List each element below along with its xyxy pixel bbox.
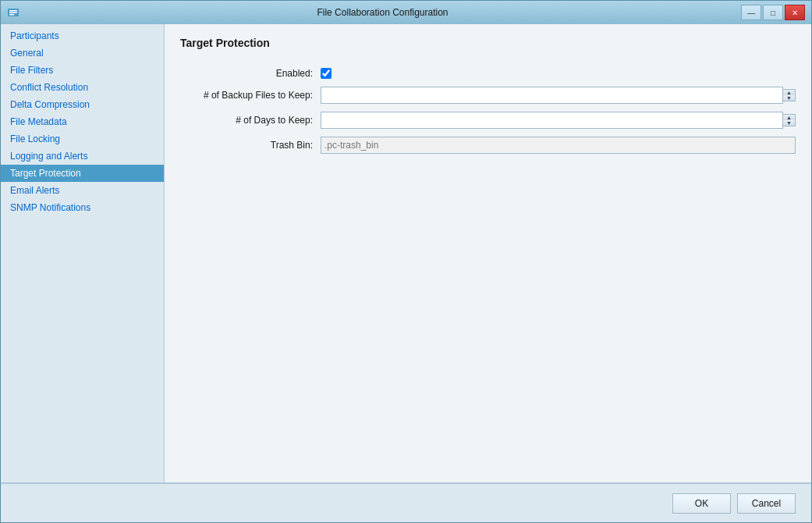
backup-files-down-button[interactable]: ▼ [783,95,795,101]
enabled-row: Enabled: [180,68,796,79]
sidebar-item-target-protection[interactable]: Target Protection [1,165,164,182]
sidebar-item-conflict-resolution[interactable]: Conflict Resolution [1,79,164,96]
days-to-keep-spinner: ▲ ▼ [783,114,796,126]
main-window: File Collaboration Configuration — □ ✕ P… [0,0,812,523]
section-title: Target Protection [180,37,796,49]
trash-bin-input[interactable] [321,137,796,154]
main-content: Participants General File Filters Confli… [1,24,811,482]
content-area: Target Protection Enabled: # of Backup F… [165,24,811,482]
window-icon [7,6,20,19]
sidebar-item-email-alerts[interactable]: Email Alerts [1,182,164,199]
backup-files-spinner: ▲ ▼ [783,89,796,101]
trash-bin-row: Trash Bin: [180,137,796,154]
backup-files-up-button[interactable]: ▲ [783,90,795,95]
backup-files-input[interactable]: 3 [321,87,783,104]
sidebar: Participants General File Filters Confli… [1,24,165,482]
window-controls: — □ ✕ [741,5,805,20]
sidebar-item-participants[interactable]: Participants [1,27,164,44]
maximize-button[interactable]: □ [763,5,783,20]
svg-rect-1 [9,10,17,12]
sidebar-item-logging-and-alerts[interactable]: Logging and Alerts [1,148,164,165]
trash-bin-label: Trash Bin: [180,140,321,151]
sidebar-item-delta-compression[interactable]: Delta Compression [1,96,164,113]
ok-button[interactable]: OK [672,493,731,514]
svg-rect-2 [9,12,17,14]
sidebar-item-general[interactable]: General [1,44,164,62]
backup-files-label: # of Backup Files to Keep: [180,90,321,101]
days-to-keep-row: # of Days to Keep: 90 ▲ ▼ [180,112,796,129]
enabled-control [321,68,796,79]
close-button[interactable]: ✕ [785,5,805,20]
enabled-checkbox[interactable] [321,68,332,79]
backup-files-row: # of Backup Files to Keep: 3 ▲ ▼ [180,87,796,104]
sidebar-item-file-filters[interactable]: File Filters [1,62,164,79]
days-to-keep-label: # of Days to Keep: [180,115,321,126]
backup-files-control: 3 ▲ ▼ [321,87,796,104]
days-to-keep-control: 90 ▲ ▼ [321,112,796,129]
days-to-keep-input[interactable]: 90 [321,112,783,129]
svg-rect-3 [9,14,14,16]
sidebar-item-file-metadata[interactable]: File Metadata [1,113,164,130]
window-title: File Collaboration Configuration [24,7,741,18]
sidebar-item-file-locking[interactable]: File Locking [1,130,164,148]
trash-bin-control [321,137,796,154]
enabled-label: Enabled: [180,68,321,79]
days-to-keep-down-button[interactable]: ▼ [783,120,795,126]
days-to-keep-up-button[interactable]: ▲ [783,115,795,120]
footer: OK Cancel [1,483,811,522]
cancel-button[interactable]: Cancel [737,493,796,514]
title-bar: File Collaboration Configuration — □ ✕ [1,1,811,24]
minimize-button[interactable]: — [741,5,761,20]
form-area: Enabled: # of Backup Files to Keep: 3 ▲ … [180,62,796,168]
sidebar-item-snmp-notifications[interactable]: SNMP Notifications [1,199,164,216]
